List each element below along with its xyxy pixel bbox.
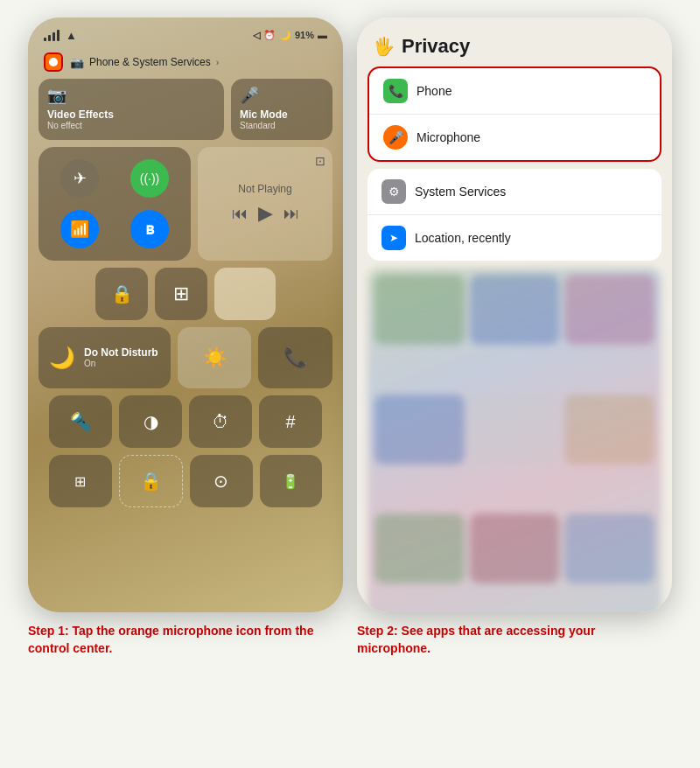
phone-label: Phone (416, 84, 452, 98)
location-recently-label: Location, recently (415, 231, 511, 245)
phone-icon-glyph: 📞 (388, 84, 403, 98)
media-controls: ⏮ ▶ ⏭ (232, 202, 299, 225)
dnd-sublabel: On (84, 359, 158, 369)
battery-icon: ▬ (318, 30, 327, 40)
bottom-row: 🔦 ◑ ⏱ # (38, 395, 332, 448)
dnd-label: Do Not Disturb (84, 346, 158, 359)
video-effects-label: Video Effects (47, 108, 114, 121)
blurred-cell-1 (374, 275, 465, 345)
battery-btn[interactable]: 🔋 (260, 455, 323, 507)
left-phone-frame: ▲ ◁ ⏰ 🌙 91% ▬ 📷 Phone & System Services … (28, 17, 343, 612)
system-services-label: System Services (415, 185, 506, 199)
bluetooth-btn[interactable]: ʙ (130, 210, 169, 248)
mic-icon-glyph: 🎤 (388, 130, 403, 144)
blurred-apps-content (368, 268, 662, 612)
hand-icon: 🖐 (373, 36, 395, 57)
video-effects-sublabel: No effect (47, 121, 82, 131)
airplay-icon[interactable]: ⊡ (315, 154, 326, 168)
status-bar-left: ▲ (44, 29, 77, 42)
rewind-btn[interactable]: ⏮ (232, 205, 248, 223)
lock-btn[interactable]: 🔒 (119, 455, 184, 507)
fastforward-btn[interactable]: ⏭ (284, 205, 299, 223)
blurred-cell-9 (564, 513, 654, 583)
blurred-cell-4 (374, 394, 465, 464)
cc-row-3: 🔒 ⊞ (38, 268, 332, 320)
status-bar: ▲ ◁ ⏰ 🌙 91% ▬ (28, 17, 343, 49)
location-arrow-icon: ➤ (389, 232, 398, 244)
screen-mirror-btn[interactable]: ⊞ (155, 268, 207, 320)
video-effects-tile[interactable]: 📷 Video Effects No effect (38, 79, 224, 140)
privacy-phone-row[interactable]: 📞 Phone (369, 68, 660, 115)
brightness-tile[interactable]: ☀️ (178, 327, 252, 388)
wifi-icon: ▲ (66, 29, 77, 42)
control-center-bg: ▲ ◁ ⏰ 🌙 91% ▬ 📷 Phone & System Services … (28, 17, 343, 612)
moon-status-icon: 🌙 (279, 30, 291, 41)
unknown-tile[interactable] (214, 268, 276, 320)
battery-pct: 91% (295, 30, 314, 40)
phone-service-label: Phone & System Services (89, 56, 211, 68)
mic-mode-label: Mic Mode (240, 108, 288, 121)
caption-step-1: Step 1: Tap the orange microphone icon f… (28, 623, 343, 657)
cc-row-4: 🌙 Do Not Disturb On ☀️ 📞 (38, 327, 332, 388)
video-effects-icon: 📷 (47, 86, 66, 105)
system-services-section: ⚙ System Services ➤ Location, recently (368, 169, 662, 261)
orange-mic-dot[interactable] (44, 52, 63, 72)
connectivity-block: ✈ ((·)) 📶 ʙ (38, 147, 191, 261)
airplane-mode-btn[interactable]: ✈ (60, 159, 99, 198)
privacy-apps-section: 📞 Phone 🎤 Microphone (368, 66, 662, 162)
media-player-tile: ⊡ Not Playing ⏮ ▶ ⏭ (198, 147, 332, 261)
mic-mode-icon: 🎤 (240, 86, 259, 105)
dnd-tile[interactable]: 🌙 Do Not Disturb On (38, 327, 171, 388)
blurred-cell-6 (564, 394, 654, 464)
privacy-bg: 🖐 Privacy 📞 Phone 🎤 Microphone (357, 17, 672, 612)
phone-icon: 📞 (383, 79, 408, 103)
cellular-btn[interactable]: ((·)) (130, 159, 169, 198)
system-services-icon: ⚙ (382, 179, 406, 204)
dnd-text: Do Not Disturb On (84, 346, 158, 369)
cc-row-2: ✈ ((·)) 📶 ʙ ⊡ Not Playing ⏮ ▶ ⏭ (38, 147, 332, 261)
screenshots-row: ▲ ◁ ⏰ 🌙 91% ▬ 📷 Phone & System Services … (18, 17, 682, 612)
wifi-btn[interactable]: 📶 (60, 210, 99, 248)
qr-scan-btn[interactable]: ⊞ (49, 455, 112, 507)
cc-row-1: 📷 Video Effects No effect 🎤 Mic Mode Sta… (38, 79, 332, 140)
not-playing-label: Not Playing (238, 183, 291, 195)
cc-grid: 📷 Video Effects No effect 🎤 Mic Mode Sta… (28, 73, 343, 513)
timer-btn[interactable]: ⏱ (189, 395, 252, 448)
caption-step-2: Step 2: See apps that are accessing your… (357, 623, 672, 657)
camera-btn[interactable]: ⊙ (190, 455, 253, 507)
signal-bar-4 (57, 30, 60, 41)
signal-bars (44, 29, 60, 41)
blurred-grid (368, 268, 662, 612)
blurred-cell-8 (470, 513, 560, 583)
system-services-row[interactable]: ⚙ System Services (368, 169, 662, 215)
alarm-icon: ⏰ (263, 30, 276, 41)
flashlight-btn[interactable]: 🔦 (49, 395, 112, 448)
bottom-row-2: ⊞ 🔒 ⊙ 🔋 (38, 455, 332, 507)
moon-icon: 🌙 (49, 346, 75, 370)
location-icon: ➤ (382, 226, 406, 250)
microphone-icon: 🎤 (383, 125, 408, 150)
gear-icon: ⚙ (388, 185, 400, 199)
privacy-mic-row[interactable]: 🎤 Microphone (369, 115, 660, 160)
blurred-cell-3 (564, 275, 654, 345)
chevron-icon: › (216, 57, 220, 67)
privacy-header: 🖐 Privacy (357, 17, 672, 66)
play-btn[interactable]: ▶ (258, 202, 273, 225)
mic-mode-tile[interactable]: 🎤 Mic Mode Standard (231, 79, 332, 140)
camera-icon-small: 📷 (70, 56, 84, 69)
privacy-title: Privacy (402, 35, 470, 58)
blurred-cell-5 (470, 394, 560, 464)
signal-bar-2 (48, 35, 51, 41)
blurred-cell-7 (374, 513, 465, 583)
phone-btn[interactable]: 📞 (258, 327, 332, 388)
captions-row: Step 1: Tap the orange microphone icon f… (18, 612, 682, 664)
location-icon: ◁ (253, 30, 260, 41)
location-recently-row[interactable]: ➤ Location, recently (368, 215, 662, 261)
contrast-btn[interactable]: ◑ (119, 395, 182, 448)
mic-mode-sublabel: Standard (240, 121, 276, 131)
orange-dot-inner (49, 58, 58, 66)
right-phone-frame: 🖐 Privacy 📞 Phone 🎤 Microphone (357, 17, 672, 612)
signal-bar-1 (44, 38, 46, 41)
screen-lock-btn[interactable]: 🔒 (95, 268, 148, 320)
calculator-btn[interactable]: # (259, 395, 322, 448)
